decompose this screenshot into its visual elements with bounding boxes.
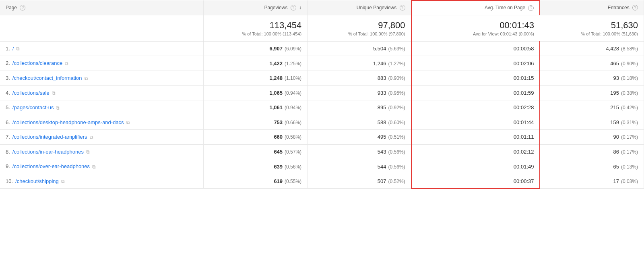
avg-time-cell: 00:02:12 <box>411 144 540 159</box>
pageviews-cell: 1,061(0.94%) <box>204 100 308 115</box>
avg-time-help-icon[interactable]: ? <box>528 5 534 11</box>
row-number: 3. <box>6 75 10 81</box>
page-link[interactable]: /collections/clearance <box>12 60 62 66</box>
unique-value: 588 <box>378 119 386 125</box>
pageviews-value: 619 <box>274 178 283 184</box>
entrances-pct: (0.17%) <box>621 149 638 155</box>
avg-time-value: 00:01:44 <box>514 119 534 125</box>
entrances-value: 465 <box>610 60 619 67</box>
summary-unique-cell: 97,800 % of Total: 100.00% (97,800) <box>308 15 411 41</box>
pageviews-value: 660 <box>274 134 283 140</box>
avg-time-value: 00:01:15 <box>514 75 534 81</box>
avg-time-value: 00:02:28 <box>514 104 534 110</box>
summary-entrances-sub: % of Total: 100.00% (51,630) <box>546 31 638 36</box>
unique-pageviews-cell: 588(0.60%) <box>308 115 411 130</box>
avg-time-cell: 00:00:37 <box>411 174 540 189</box>
pageviews-cell: 1,422(1.25%) <box>204 56 308 71</box>
pageviews-value: 1,061 <box>270 104 283 110</box>
avg-time-cell: 00:02:06 <box>411 56 540 71</box>
page-cell: 5./pages/contact-us⧉ <box>0 100 204 115</box>
analytics-table-container: Page ? Pageviews ? ↓ Unique Pageviews ? … <box>0 0 644 189</box>
row-number: 1. <box>6 46 10 52</box>
page-link[interactable]: /collections/integrated-amplifiers <box>12 134 87 140</box>
entrances-cell: 215(0.42%) <box>540 100 644 115</box>
copy-icon[interactable]: ⧉ <box>16 46 20 52</box>
entrances-value: 65 <box>613 164 619 170</box>
page-link[interactable]: /checkout/shipping <box>15 178 59 184</box>
summary-unique-sub: % of Total: 100.00% (97,800) <box>313 31 405 36</box>
unique-pageviews-cell: 933(0.95%) <box>308 85 411 100</box>
entrances-help-icon[interactable]: ? <box>632 5 638 10</box>
avg-time-cell: 00:02:28 <box>411 100 540 115</box>
row-number: 4. <box>6 90 10 96</box>
copy-icon[interactable]: ⧉ <box>86 149 90 155</box>
pageviews-pct: (1.10%) <box>285 75 301 81</box>
avg-time-header-label: Avg. Time on Page <box>485 5 525 10</box>
unique-header-label: Unique Pageviews <box>357 5 396 10</box>
page-cell: 3./checkout/contact_information⧉ <box>0 71 204 85</box>
avg-time-value: 00:01:59 <box>514 90 534 96</box>
unique-pct: (0.56%) <box>388 149 405 155</box>
unique-help-icon[interactable]: ? <box>400 5 405 10</box>
pageviews-header: Pageviews ? ↓ <box>204 0 308 15</box>
table-row: 6./collections/desktop-headphone-amps-an… <box>0 115 644 130</box>
copy-icon[interactable]: ⧉ <box>90 135 93 140</box>
entrances-pct: (0.38%) <box>621 90 638 96</box>
avg-time-cell: 00:01:49 <box>411 159 540 174</box>
page-header: Page ? <box>0 0 204 15</box>
entrances-pct: (0.31%) <box>621 120 638 125</box>
summary-row: 113,454 % of Total: 100.00% (113,454) 97… <box>0 15 644 41</box>
unique-value: 883 <box>378 75 386 81</box>
sort-down-icon[interactable]: ↓ <box>299 5 301 10</box>
pageviews-help-icon[interactable]: ? <box>291 5 296 10</box>
summary-avg-time-value: 00:01:43 <box>417 20 534 31</box>
pageviews-value: 753 <box>274 119 283 125</box>
summary-avg-time-sub: Avg for View: 00:01:43 (0.00%) <box>417 31 534 36</box>
page-link[interactable]: /collections/over-ear-headphones <box>12 163 90 169</box>
entrances-value: 93 <box>613 75 619 81</box>
copy-icon[interactable]: ⧉ <box>61 179 65 184</box>
pageviews-cell: 6,907(6.09%) <box>204 41 308 56</box>
table-row: 10./checkout/shipping⧉619(0.55%)507(0.52… <box>0 174 644 189</box>
unique-pageviews-cell: 495(0.51%) <box>308 130 411 145</box>
entrances-value: 159 <box>610 119 619 125</box>
entrances-value: 4,428 <box>606 46 619 52</box>
avg-time-value: 00:02:06 <box>514 60 534 67</box>
entrances-value: 86 <box>613 149 619 155</box>
page-link[interactable]: /collections/sale <box>12 90 50 96</box>
row-number: 5. <box>6 104 10 110</box>
page-cell: 10./checkout/shipping⧉ <box>0 174 204 189</box>
page-help-icon[interactable]: ? <box>20 5 25 10</box>
pageviews-value: 639 <box>274 164 283 170</box>
page-link[interactable]: /collections/in-ear-headphones <box>12 149 84 155</box>
row-number: 8. <box>6 149 10 155</box>
unique-pageviews-cell: 883(0.90%) <box>308 71 411 85</box>
avg-time-value: 00:01:11 <box>514 134 534 140</box>
page-cell: 2./collections/clearance⧉ <box>0 56 204 71</box>
copy-icon[interactable]: ⧉ <box>92 164 96 170</box>
unique-value: 1,246 <box>373 60 386 67</box>
pageviews-header-label: Pageviews <box>264 5 287 10</box>
pageviews-pct: (0.58%) <box>285 134 301 140</box>
copy-icon[interactable]: ⧉ <box>52 90 56 96</box>
row-number: 6. <box>6 119 10 125</box>
entrances-cell: 86(0.17%) <box>540 144 644 159</box>
entrances-cell: 90(0.17%) <box>540 130 644 145</box>
copy-icon[interactable]: ⧉ <box>126 120 130 125</box>
row-number: 7. <box>6 134 10 140</box>
page-link[interactable]: /collections/desktop-headphone-amps-and-… <box>12 119 124 125</box>
unique-pct: (5.63%) <box>388 46 405 52</box>
page-link[interactable]: /pages/contact-us <box>12 104 54 110</box>
pageviews-pct: (0.55%) <box>285 179 301 184</box>
page-link[interactable]: / <box>12 46 14 52</box>
pageviews-pct: (0.66%) <box>285 120 301 125</box>
table-row: 3./checkout/contact_information⧉1,248(1.… <box>0 71 644 85</box>
unique-value: 507 <box>378 178 386 184</box>
row-number: 10. <box>6 178 13 184</box>
unique-pct: (0.92%) <box>388 105 405 110</box>
page-link[interactable]: /checkout/contact_information <box>12 75 82 81</box>
pageviews-cell: 1,065(0.94%) <box>204 85 308 100</box>
copy-icon[interactable]: ⧉ <box>65 61 68 67</box>
copy-icon[interactable]: ⧉ <box>56 105 60 111</box>
copy-icon[interactable]: ⧉ <box>85 76 88 81</box>
